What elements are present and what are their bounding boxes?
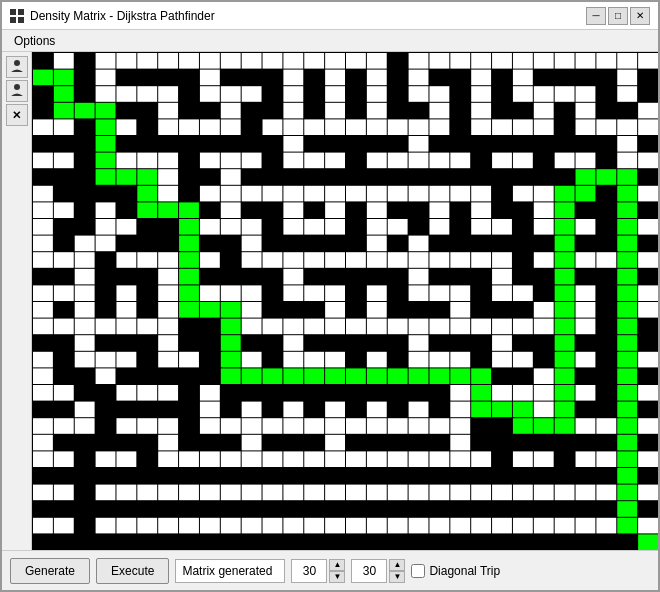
row-spinner: ▲ ▼ xyxy=(351,559,405,583)
row-up-button[interactable]: ▲ xyxy=(389,559,405,571)
diagonal-group: Diagonal Trip xyxy=(411,564,500,578)
matrix-canvas xyxy=(32,52,658,550)
svg-rect-0 xyxy=(10,9,16,15)
grid-container xyxy=(32,52,658,550)
col-down-button[interactable]: ▼ xyxy=(329,571,345,583)
svg-point-5 xyxy=(14,84,20,90)
maximize-button[interactable]: □ xyxy=(608,7,628,25)
close-button[interactable]: ✕ xyxy=(630,7,650,25)
app-icon xyxy=(10,9,24,23)
sidebar: ✕ xyxy=(2,52,32,550)
col-spinner-buttons: ▲ ▼ xyxy=(329,559,345,583)
col-spinner: ▲ ▼ xyxy=(291,559,345,583)
execute-button[interactable]: Execute xyxy=(96,558,169,584)
status-text: Matrix generated xyxy=(182,564,272,578)
svg-rect-1 xyxy=(18,9,24,15)
generate-button[interactable]: Generate xyxy=(10,558,90,584)
bottom-bar: Generate Execute Matrix generated ▲ ▼ ▲ … xyxy=(2,550,658,590)
diagonal-label: Diagonal Trip xyxy=(429,564,500,578)
title-controls: ─ □ ✕ xyxy=(586,7,650,25)
svg-rect-2 xyxy=(10,17,16,23)
window-title: Density Matrix - Dijkstra Pathfinder xyxy=(30,9,215,23)
main-window: Density Matrix - Dijkstra Pathfinder ─ □… xyxy=(0,0,660,592)
minimize-button[interactable]: ─ xyxy=(586,7,606,25)
status-display: Matrix generated xyxy=(175,559,285,583)
x-icon: ✕ xyxy=(12,109,21,122)
person1-icon xyxy=(10,59,24,75)
options-menu[interactable]: Options xyxy=(6,32,63,50)
svg-rect-3 xyxy=(18,17,24,23)
clear-button[interactable]: ✕ xyxy=(6,104,28,126)
diagonal-checkbox[interactable] xyxy=(411,564,425,578)
person2-button[interactable] xyxy=(6,80,28,102)
row-input[interactable] xyxy=(351,559,387,583)
svg-point-4 xyxy=(14,60,20,66)
row-spinner-buttons: ▲ ▼ xyxy=(389,559,405,583)
menu-bar: Options xyxy=(2,30,658,52)
main-content: ✕ xyxy=(2,52,658,550)
person2-icon xyxy=(10,83,24,99)
title-bar-left: Density Matrix - Dijkstra Pathfinder xyxy=(10,9,215,23)
row-down-button[interactable]: ▼ xyxy=(389,571,405,583)
title-bar: Density Matrix - Dijkstra Pathfinder ─ □… xyxy=(2,2,658,30)
person1-button[interactable] xyxy=(6,56,28,78)
col-input[interactable] xyxy=(291,559,327,583)
col-up-button[interactable]: ▲ xyxy=(329,559,345,571)
